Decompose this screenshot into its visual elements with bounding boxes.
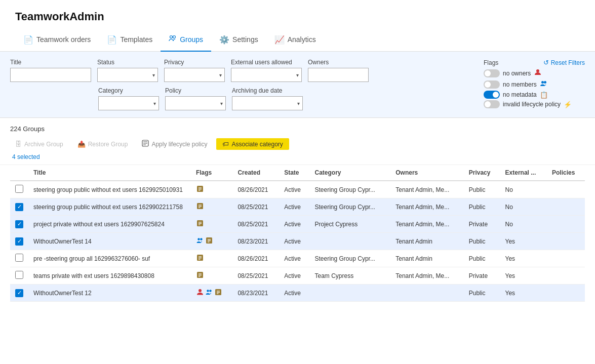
- restore-group-button[interactable]: 📤 Restore Group: [72, 138, 133, 150]
- row-checkbox[interactable]: [15, 254, 23, 262]
- nav-item-analytics[interactable]: 📈 Analytics: [266, 29, 324, 52]
- nav-item-teamwork-orders[interactable]: 📄 Teamwork orders: [15, 29, 99, 52]
- archiving-due-select[interactable]: [232, 96, 303, 110]
- svg-point-37: [209, 290, 211, 292]
- toolbar: 🗄 Archive Group 📤 Restore Group Apply li…: [10, 136, 585, 152]
- flag-icon-badge: [196, 202, 204, 212]
- row-privacy: Private: [464, 216, 500, 233]
- row-external: Yes: [500, 285, 547, 302]
- table-row: ✓steering group public without ext users…: [10, 198, 585, 216]
- row-external: No: [500, 181, 547, 198]
- nav-item-groups[interactable]: Groups: [161, 28, 211, 52]
- restore-btn-label: Restore Group: [88, 141, 128, 148]
- col-title-header: Title: [28, 165, 191, 181]
- row-title: pre -steering group all 1629963276060- s…: [28, 250, 191, 267]
- nav-label-groups: Groups: [180, 35, 203, 44]
- table-row: teams private with ext users 16298984308…: [10, 267, 585, 285]
- no-owners-label: no owners: [503, 70, 531, 77]
- svg-point-21: [197, 238, 200, 240]
- table-row: ✓WithoutOwnerTest 14 08/23/2021ActiveTen…: [10, 233, 585, 250]
- row-owners: Tenant Admin, Me...: [390, 198, 463, 216]
- row-policies: [547, 285, 585, 302]
- policy-label: Policy: [165, 87, 226, 94]
- title-input[interactable]: [10, 68, 91, 82]
- external-users-select[interactable]: [231, 68, 302, 82]
- groups-table: Title Flags Created State Category Owner…: [10, 165, 585, 302]
- no-owners-toggle[interactable]: [484, 69, 500, 77]
- app-title: TeamworkAdmin: [0, 0, 595, 28]
- owners-input[interactable]: [308, 68, 369, 82]
- row-checkbox[interactable]: ✓: [15, 220, 23, 228]
- row-owners: Tenant Admin, Me...: [390, 181, 463, 198]
- row-state: Active: [279, 267, 309, 285]
- apply-lifecycle-button[interactable]: Apply lifecycle policy: [137, 138, 212, 150]
- row-privacy: Public: [464, 181, 500, 198]
- table-container: Title Flags Created State Category Owner…: [0, 165, 595, 302]
- selected-count: 4 selected: [10, 153, 585, 160]
- flags-label: Flags: [484, 59, 498, 66]
- invalid-lifecycle-label: invalid lifecycle policy: [503, 101, 561, 108]
- nav-item-settings[interactable]: ⚙️ Settings: [211, 29, 266, 52]
- group-count: 224 Groups: [10, 122, 585, 133]
- row-flags: [191, 181, 233, 198]
- reset-filters-button[interactable]: ↺ Reset Filters: [543, 59, 585, 66]
- reset-icon: ↺: [543, 59, 549, 66]
- owners-filter-group: Owners: [308, 59, 369, 82]
- policy-filter-group: Policy: [165, 87, 226, 110]
- row-owners: Tenant Admin, Me...: [390, 267, 463, 285]
- row-category: Team Cypress: [310, 267, 391, 285]
- row-policies: [547, 198, 585, 216]
- row-checkbox[interactable]: ✓: [15, 289, 23, 297]
- row-external: Yes: [500, 267, 547, 285]
- row-category: Project Cypress: [310, 216, 391, 233]
- no-owners-icon: [534, 68, 542, 78]
- row-created: 08/23/2021: [232, 233, 279, 250]
- row-checkbox[interactable]: [15, 271, 23, 279]
- nav-bar: 📄 Teamwork orders 📄 Templates Groups ⚙️ …: [0, 28, 595, 52]
- policy-select[interactable]: [165, 96, 226, 110]
- svg-point-0: [170, 36, 173, 38]
- svg-point-4: [544, 81, 546, 84]
- flag-no-metadata: no metadata 📋: [484, 91, 548, 99]
- no-metadata-toggle[interactable]: [484, 91, 500, 99]
- reset-filters-label: Reset Filters: [551, 59, 585, 66]
- row-privacy: Private: [464, 267, 500, 285]
- category-select[interactable]: [98, 96, 159, 110]
- flag-icon-badge: [205, 236, 213, 246]
- templates-icon: 📄: [107, 35, 117, 45]
- flag-icon-badge: [205, 288, 213, 298]
- row-state: Active: [279, 233, 309, 250]
- row-flags: [191, 285, 233, 302]
- col-policies-header: Policies: [547, 165, 585, 181]
- no-metadata-icon: 📋: [540, 91, 548, 99]
- row-owners: Tenant Admin: [390, 250, 463, 267]
- row-category: [310, 285, 391, 302]
- row-category: [310, 233, 391, 250]
- privacy-select[interactable]: [164, 68, 225, 82]
- invalid-lifecycle-toggle[interactable]: [484, 100, 500, 108]
- status-select[interactable]: [97, 68, 158, 82]
- archive-group-button[interactable]: 🗄 Archive Group: [10, 138, 68, 150]
- row-created: 08/25/2021: [232, 267, 279, 285]
- col-state-header: State: [279, 165, 309, 181]
- col-category-header: Category: [310, 165, 391, 181]
- svg-point-36: [207, 290, 209, 292]
- privacy-label: Privacy: [164, 59, 225, 66]
- associate-category-button[interactable]: 🏷 Associate category: [216, 138, 289, 150]
- row-checkbox[interactable]: ✓: [15, 237, 23, 246]
- row-category: Steering Group Cypr...: [310, 198, 391, 216]
- no-members-label: no members: [503, 81, 537, 88]
- nav-item-templates[interactable]: 📄 Templates: [99, 29, 161, 52]
- groups-icon: [169, 34, 177, 45]
- row-owners: [390, 285, 463, 302]
- privacy-filter-group: Privacy: [164, 59, 225, 82]
- row-checkbox[interactable]: ✓: [15, 203, 23, 211]
- row-policies: [547, 250, 585, 267]
- apply-lifecycle-btn-label: Apply lifecycle policy: [151, 141, 207, 148]
- row-checkbox[interactable]: [15, 185, 23, 193]
- no-members-toggle[interactable]: [484, 80, 500, 89]
- row-category: Steering Group Cypr...: [310, 181, 391, 198]
- row-category: Steering Group Cypr...: [310, 250, 391, 267]
- no-members-icon: [540, 79, 548, 89]
- settings-icon: ⚙️: [219, 35, 229, 45]
